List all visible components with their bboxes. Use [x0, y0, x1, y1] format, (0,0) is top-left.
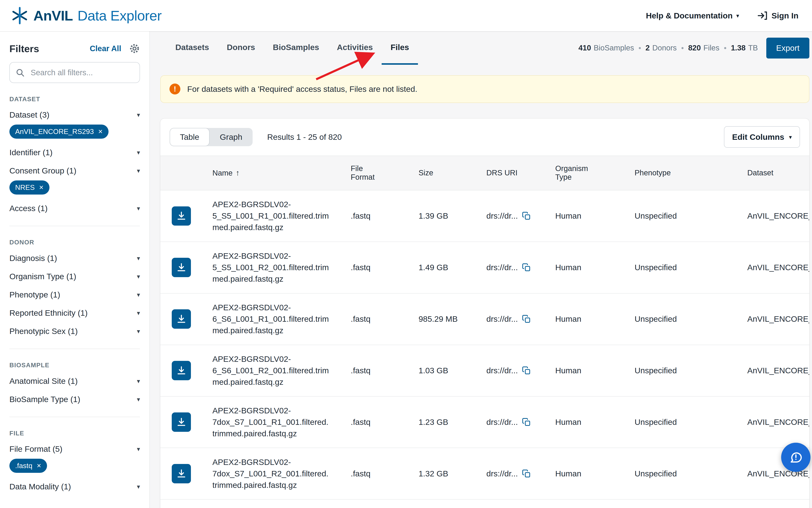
download-cell — [160, 242, 208, 293]
chip-close-icon[interactable]: ✕ — [98, 129, 103, 134]
tab-activities[interactable]: Activities — [328, 31, 382, 65]
filter-data-modality[interactable]: Data Modality (1) ▾ — [9, 477, 140, 496]
filter-chip-fastq[interactable]: .fastq ✕ — [9, 459, 47, 473]
download-cell — [160, 293, 208, 345]
chevron-down-icon: ▾ — [137, 483, 140, 490]
column-header-drs-uri[interactable]: DRS URI — [482, 156, 551, 190]
copy-icon[interactable] — [522, 366, 531, 375]
filter-label: Dataset (3) — [9, 110, 49, 120]
filter-label: Phenotype (1) — [9, 290, 60, 299]
filter-identifier[interactable]: Identifier (1) ▾ — [9, 143, 140, 162]
phenotype-cell: Unspecified — [630, 293, 743, 345]
filter-consent-group[interactable]: Consent Group (1) ▾ — [9, 162, 140, 180]
organism-type-cell: Human — [551, 190, 630, 242]
chat-support-button[interactable] — [781, 443, 810, 472]
download-button[interactable] — [172, 258, 191, 277]
filter-phenotypic-sex[interactable]: Phenotypic Sex (1) ▾ — [9, 322, 140, 340]
filter-chips: AnVIL_ENCORE_RS293 ✕ — [9, 125, 140, 139]
filter-phenotype[interactable]: Phenotype (1) ▾ — [9, 286, 140, 304]
copy-icon[interactable] — [522, 211, 531, 220]
phenotype-cell: Unspecified — [630, 190, 743, 242]
tab-donors[interactable]: Donors — [218, 31, 264, 65]
filter-label: Anatomical Site (1) — [9, 377, 78, 386]
download-button[interactable] — [172, 309, 191, 329]
help-documentation-menu[interactable]: Help & Documentation ▾ — [646, 11, 739, 20]
phenotype-cell: Unspecified — [630, 242, 743, 293]
filter-label: Data Modality (1) — [9, 482, 71, 491]
filter-label: Organism Type (1) — [9, 272, 76, 281]
column-header-organism-type[interactable]: Organism Type — [551, 156, 630, 190]
filter-reported-ethnicity[interactable]: Reported Ethnicity (1) ▾ — [9, 304, 140, 322]
download-cell — [160, 448, 208, 499]
filter-settings-button[interactable] — [129, 43, 140, 54]
table-view-button[interactable]: Table — [170, 128, 210, 146]
file-format-cell: .fastq — [347, 242, 414, 293]
filter-access[interactable]: Access (1) ▾ — [9, 199, 140, 217]
edit-columns-label: Edit Columns — [732, 132, 784, 142]
chip-close-icon[interactable]: ✕ — [39, 184, 44, 190]
size-cell: 985.29 MB — [414, 293, 482, 345]
phenotype-cell: Unspecified — [630, 396, 743, 448]
column-header-size[interactable]: Size — [414, 156, 482, 190]
column-header-phenotype[interactable]: Phenotype — [630, 156, 743, 190]
filter-chip-anvil-encore-rs293[interactable]: AnVIL_ENCORE_RS293 ✕ — [9, 125, 108, 139]
download-button[interactable] — [172, 361, 191, 380]
filter-diagnosis[interactable]: Diagnosis (1) ▾ — [9, 249, 140, 267]
download-icon — [176, 366, 186, 376]
tab-biosamples[interactable]: BioSamples — [264, 31, 328, 65]
chevron-down-icon: ▾ — [789, 134, 792, 140]
download-button[interactable] — [172, 413, 191, 432]
section-divider — [9, 226, 140, 226]
filters-header: Filters Clear All — [9, 43, 140, 54]
copy-icon[interactable] — [522, 263, 531, 272]
column-header-name[interactable]: Name↑ — [208, 156, 347, 190]
help-documentation-label: Help & Documentation — [646, 11, 733, 20]
column-header-file-format[interactable]: File Format — [347, 156, 414, 190]
warning-icon: ! — [170, 84, 180, 94]
anvil-logo[interactable]: AnVIL Data Explorer — [10, 6, 162, 25]
filter-chip-nres[interactable]: NRES ✕ — [9, 180, 49, 195]
download-button[interactable] — [172, 464, 191, 483]
filter-label: Identifier (1) — [9, 148, 52, 157]
section-divider — [9, 349, 140, 349]
dataset-cell: AnVIL_ENCORE_ — [743, 293, 809, 345]
warning-message: For datasets with a 'Required' access st… — [187, 84, 417, 94]
filter-search-input[interactable] — [30, 68, 134, 78]
file-format-cell: .fastq — [347, 293, 414, 345]
anvil-logo-icon — [10, 6, 29, 25]
tab-datasets[interactable]: Datasets — [167, 31, 218, 65]
table-row: APEX2-BGRSDLV02-5_S5_L001_R1_001.filtere… — [160, 190, 809, 242]
table-row: APEX2-BGRSDLV02-7dox_S7_L001_R2_001.filt… — [160, 448, 809, 499]
export-button[interactable]: Export — [766, 38, 810, 58]
table-row: APEX2-BGRSDLV02-6_S6_L001_R2_001.filtere… — [160, 345, 809, 396]
chevron-down-icon: ▾ — [137, 291, 140, 298]
filter-file-format[interactable]: File Format (5) ▾ — [9, 440, 140, 458]
chip-close-icon[interactable]: ✕ — [37, 463, 41, 469]
download-cell — [160, 396, 208, 448]
filter-organism-type[interactable]: Organism Type (1) ▾ — [9, 267, 140, 286]
tab-files[interactable]: Files — [381, 31, 418, 65]
chevron-down-icon: ▾ — [137, 149, 140, 156]
copy-icon[interactable] — [522, 469, 531, 478]
file-name-cell: APEX2-BGRSDLV02-5_S5_L001_R1_001.filtere… — [208, 190, 347, 242]
filter-anatomical-site[interactable]: Anatomical Site (1) ▾ — [9, 372, 140, 390]
download-icon — [176, 262, 186, 272]
copy-icon[interactable] — [522, 314, 531, 324]
graph-view-button[interactable]: Graph — [210, 128, 253, 146]
filter-section-file: FILE — [9, 430, 140, 437]
copy-icon[interactable] — [522, 418, 531, 427]
chip-label: .fastq — [15, 462, 32, 470]
download-button[interactable] — [172, 206, 191, 226]
filter-biosample-type[interactable]: BioSample Type (1) ▾ — [9, 390, 140, 409]
column-header-dataset[interactable]: Dataset — [743, 156, 809, 190]
chat-bubble-icon — [789, 450, 803, 464]
dot-separator — [639, 47, 641, 49]
sign-in-button[interactable]: Sign In — [757, 10, 799, 21]
filter-label: Reported Ethnicity (1) — [9, 308, 88, 318]
filter-dataset[interactable]: Dataset (3) ▾ — [9, 106, 140, 124]
clear-all-filters-link[interactable]: Clear All — [90, 44, 121, 53]
download-cell — [160, 345, 208, 396]
filter-label: Diagnosis (1) — [9, 254, 57, 263]
sign-in-icon — [757, 10, 768, 21]
edit-columns-button[interactable]: Edit Columns ▾ — [724, 126, 800, 148]
